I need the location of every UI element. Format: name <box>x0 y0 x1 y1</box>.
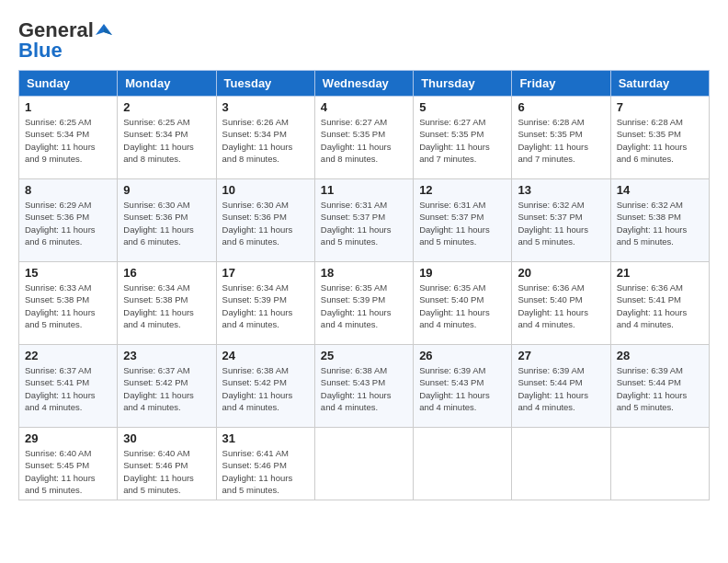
day-info: Sunrise: 6:31 AMSunset: 5:37 PMDaylight:… <box>419 199 506 247</box>
day-number: 23 <box>123 349 210 362</box>
calendar-cell: 31 Sunrise: 6:41 AMSunset: 5:46 PMDaylig… <box>216 428 314 500</box>
day-info: Sunrise: 6:25 AMSunset: 5:34 PMDaylight:… <box>25 116 111 165</box>
calendar-cell <box>512 428 610 500</box>
day-number: 6 <box>518 100 604 114</box>
day-info: Sunrise: 6:29 AMSunset: 5:36 PMDaylight:… <box>25 199 111 247</box>
day-number: 11 <box>321 183 407 197</box>
calendar-cell: 29 Sunrise: 6:40 AMSunset: 5:45 PMDaylig… <box>19 428 118 500</box>
calendar-cell: 9 Sunrise: 6:30 AMSunset: 5:36 PMDayligh… <box>118 179 216 262</box>
day-number: 14 <box>617 183 703 197</box>
day-info: Sunrise: 6:39 AMSunset: 5:44 PMDaylight:… <box>518 364 604 413</box>
calendar-cell: 5 Sunrise: 6:27 AMSunset: 5:35 PMDayligh… <box>414 97 512 179</box>
day-number: 2 <box>123 100 210 114</box>
day-info: Sunrise: 6:38 AMSunset: 5:42 PMDaylight:… <box>222 364 309 413</box>
day-info: Sunrise: 6:32 AMSunset: 5:38 PMDaylight:… <box>617 199 703 247</box>
day-info: Sunrise: 6:27 AMSunset: 5:35 PMDaylight:… <box>321 116 407 165</box>
day-info: Sunrise: 6:38 AMSunset: 5:43 PMDaylight:… <box>321 364 407 413</box>
calendar-cell: 12 Sunrise: 6:31 AMSunset: 5:37 PMDaylig… <box>414 179 512 262</box>
calendar-cell: 8 Sunrise: 6:29 AMSunset: 5:36 PMDayligh… <box>19 179 118 262</box>
day-info: Sunrise: 6:34 AMSunset: 5:38 PMDaylight:… <box>123 282 210 330</box>
day-info: Sunrise: 6:30 AMSunset: 5:36 PMDaylight:… <box>123 199 210 247</box>
logo: General Blue <box>18 18 112 63</box>
column-header-monday: Monday <box>118 71 216 97</box>
calendar-cell: 4 Sunrise: 6:27 AMSunset: 5:35 PMDayligh… <box>314 97 413 179</box>
day-info: Sunrise: 6:30 AMSunset: 5:36 PMDaylight:… <box>222 199 309 247</box>
day-number: 21 <box>617 266 703 280</box>
day-number: 16 <box>123 266 210 280</box>
calendar-cell: 1 Sunrise: 6:25 AMSunset: 5:34 PMDayligh… <box>19 97 118 179</box>
day-info: Sunrise: 6:31 AMSunset: 5:37 PMDaylight:… <box>321 199 407 247</box>
calendar-table: SundayMondayTuesdayWednesdayThursdayFrid… <box>18 70 710 500</box>
day-info: Sunrise: 6:36 AMSunset: 5:40 PMDaylight:… <box>518 282 604 330</box>
calendar-cell: 17 Sunrise: 6:34 AMSunset: 5:39 PMDaylig… <box>216 262 314 345</box>
day-info: Sunrise: 6:33 AMSunset: 5:38 PMDaylight:… <box>25 282 111 330</box>
calendar-cell <box>314 428 413 500</box>
day-number: 10 <box>222 183 309 197</box>
column-header-wednesday: Wednesday <box>314 71 413 97</box>
day-number: 5 <box>419 100 506 114</box>
day-number: 17 <box>222 266 309 280</box>
calendar-cell: 7 Sunrise: 6:28 AMSunset: 5:35 PMDayligh… <box>610 97 709 179</box>
day-info: Sunrise: 6:39 AMSunset: 5:43 PMDaylight:… <box>419 364 506 413</box>
day-number: 19 <box>419 266 506 280</box>
calendar-cell: 25 Sunrise: 6:38 AMSunset: 5:43 PMDaylig… <box>314 345 413 428</box>
day-number: 4 <box>321 100 407 114</box>
day-info: Sunrise: 6:35 AMSunset: 5:40 PMDaylight:… <box>419 282 506 330</box>
calendar-cell: 21 Sunrise: 6:36 AMSunset: 5:41 PMDaylig… <box>610 262 709 345</box>
calendar-cell: 30 Sunrise: 6:40 AMSunset: 5:46 PMDaylig… <box>118 428 216 500</box>
day-number: 8 <box>25 183 111 197</box>
day-number: 12 <box>419 183 506 197</box>
column-header-sunday: Sunday <box>19 71 118 97</box>
day-number: 24 <box>222 349 309 362</box>
day-number: 7 <box>617 100 703 114</box>
day-number: 18 <box>321 266 407 280</box>
column-header-saturday: Saturday <box>610 71 709 97</box>
day-info: Sunrise: 6:37 AMSunset: 5:41 PMDaylight:… <box>25 364 111 413</box>
calendar-cell: 15 Sunrise: 6:33 AMSunset: 5:38 PMDaylig… <box>19 262 118 345</box>
logo-bird-icon <box>96 22 112 39</box>
day-number: 13 <box>518 183 604 197</box>
day-number: 31 <box>222 431 309 445</box>
calendar-cell: 23 Sunrise: 6:37 AMSunset: 5:42 PMDaylig… <box>118 345 216 428</box>
column-header-thursday: Thursday <box>414 71 512 97</box>
day-info: Sunrise: 6:26 AMSunset: 5:34 PMDaylight:… <box>222 116 309 165</box>
day-info: Sunrise: 6:35 AMSunset: 5:39 PMDaylight:… <box>321 282 407 330</box>
calendar-cell: 26 Sunrise: 6:39 AMSunset: 5:43 PMDaylig… <box>414 345 512 428</box>
day-info: Sunrise: 6:34 AMSunset: 5:39 PMDaylight:… <box>222 282 309 330</box>
calendar-cell: 10 Sunrise: 6:30 AMSunset: 5:36 PMDaylig… <box>216 179 314 262</box>
day-info: Sunrise: 6:27 AMSunset: 5:35 PMDaylight:… <box>419 116 506 165</box>
day-number: 25 <box>321 349 407 362</box>
day-number: 20 <box>518 266 604 280</box>
day-info: Sunrise: 6:28 AMSunset: 5:35 PMDaylight:… <box>518 116 604 165</box>
calendar-cell: 3 Sunrise: 6:26 AMSunset: 5:34 PMDayligh… <box>216 97 314 179</box>
day-number: 28 <box>617 349 703 362</box>
day-info: Sunrise: 6:37 AMSunset: 5:42 PMDaylight:… <box>123 364 210 413</box>
day-number: 9 <box>123 183 210 197</box>
calendar-cell: 2 Sunrise: 6:25 AMSunset: 5:34 PMDayligh… <box>118 97 216 179</box>
calendar-header-row: SundayMondayTuesdayWednesdayThursdayFrid… <box>19 71 710 97</box>
day-info: Sunrise: 6:32 AMSunset: 5:37 PMDaylight:… <box>518 199 604 247</box>
day-number: 1 <box>25 100 111 114</box>
calendar-cell <box>414 428 512 500</box>
day-number: 15 <box>25 266 111 280</box>
calendar-cell: 27 Sunrise: 6:39 AMSunset: 5:44 PMDaylig… <box>512 345 610 428</box>
day-info: Sunrise: 6:39 AMSunset: 5:44 PMDaylight:… <box>617 364 703 413</box>
calendar-cell: 20 Sunrise: 6:36 AMSunset: 5:40 PMDaylig… <box>512 262 610 345</box>
page-header: General Blue <box>18 18 710 63</box>
calendar-cell: 6 Sunrise: 6:28 AMSunset: 5:35 PMDayligh… <box>512 97 610 179</box>
calendar-cell: 11 Sunrise: 6:31 AMSunset: 5:37 PMDaylig… <box>314 179 413 262</box>
day-info: Sunrise: 6:28 AMSunset: 5:35 PMDaylight:… <box>617 116 703 165</box>
day-number: 27 <box>518 349 604 362</box>
logo-blue: Blue <box>18 39 63 63</box>
day-number: 3 <box>222 100 309 114</box>
column-header-friday: Friday <box>512 71 610 97</box>
day-number: 26 <box>419 349 506 362</box>
day-info: Sunrise: 6:36 AMSunset: 5:41 PMDaylight:… <box>617 282 703 330</box>
day-number: 30 <box>123 431 210 445</box>
day-info: Sunrise: 6:40 AMSunset: 5:45 PMDaylight:… <box>25 447 111 496</box>
calendar-cell <box>610 428 709 500</box>
calendar-cell: 13 Sunrise: 6:32 AMSunset: 5:37 PMDaylig… <box>512 179 610 262</box>
day-info: Sunrise: 6:40 AMSunset: 5:46 PMDaylight:… <box>123 447 210 496</box>
calendar-cell: 24 Sunrise: 6:38 AMSunset: 5:42 PMDaylig… <box>216 345 314 428</box>
calendar-cell: 28 Sunrise: 6:39 AMSunset: 5:44 PMDaylig… <box>610 345 709 428</box>
